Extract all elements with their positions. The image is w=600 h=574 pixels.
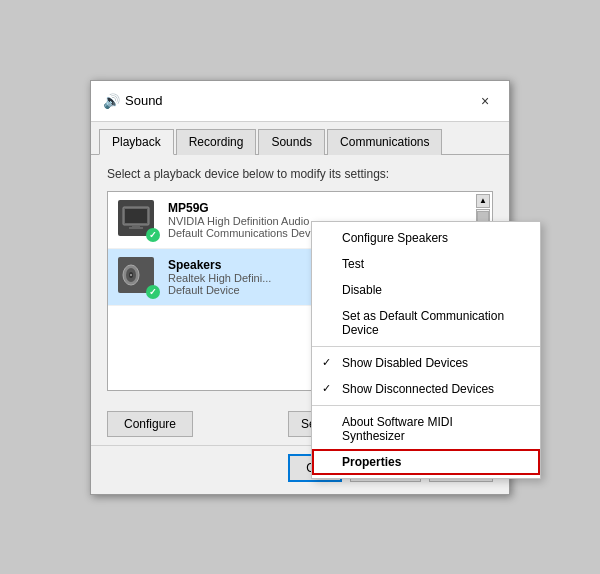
svg-rect-1	[125, 209, 147, 223]
window-title: Sound	[125, 93, 163, 108]
title-bar-left: 🔊 Sound	[103, 93, 163, 109]
ctx-about-midi[interactable]: About Software MIDI Synthesizer	[312, 409, 540, 449]
ctx-test[interactable]: Test	[312, 251, 540, 277]
sound-dialog: 🔊 Sound × Playback Recording Sounds Comm…	[90, 80, 510, 495]
separator-2	[312, 405, 540, 406]
scroll-up-arrow[interactable]: ▲	[476, 194, 490, 208]
sound-icon: 🔊	[103, 93, 119, 109]
tab-communications[interactable]: Communications	[327, 129, 442, 155]
title-bar: 🔊 Sound ×	[91, 81, 509, 122]
ctx-show-disabled[interactable]: Show Disabled Devices	[312, 350, 540, 376]
ctx-properties[interactable]: Properties	[312, 449, 540, 475]
context-menu: Configure Speakers Test Disable Set as D…	[311, 221, 541, 479]
description-text: Select a playback device below to modify…	[107, 167, 493, 181]
device-icon-wrap-1: ✓	[118, 200, 158, 240]
ctx-show-disconnected[interactable]: Show Disconnected Devices	[312, 376, 540, 402]
configure-button[interactable]: Configure	[107, 411, 193, 437]
ctx-configure-speakers[interactable]: Configure Speakers	[312, 225, 540, 251]
separator-1	[312, 346, 540, 347]
device-name-1: MP59G	[168, 201, 482, 215]
tab-bar: Playback Recording Sounds Communications	[91, 122, 509, 155]
ctx-set-default-communication[interactable]: Set as Default Communication Device	[312, 303, 540, 343]
svg-rect-2	[132, 225, 140, 227]
ctx-disable[interactable]: Disable	[312, 277, 540, 303]
tab-recording[interactable]: Recording	[176, 129, 257, 155]
device-icon-wrap-2: ✓	[118, 257, 158, 297]
status-badge-1: ✓	[146, 228, 160, 242]
svg-rect-3	[129, 227, 143, 229]
close-button[interactable]: ×	[473, 89, 497, 113]
tab-sounds[interactable]: Sounds	[258, 129, 325, 155]
status-badge-2: ✓	[146, 285, 160, 299]
svg-point-7	[130, 274, 132, 276]
tab-playback[interactable]: Playback	[99, 129, 174, 155]
